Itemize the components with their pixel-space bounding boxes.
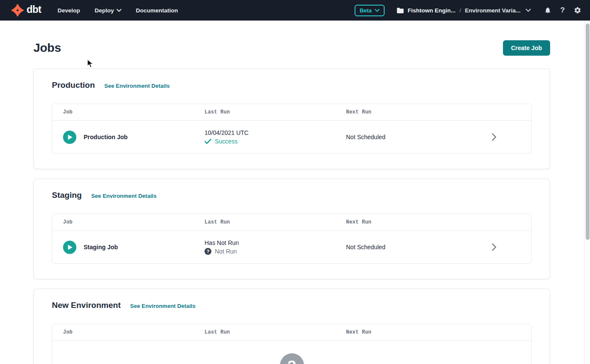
see-environment-details-link[interactable]: See Environment Details [104,83,169,89]
environment-header: Production See Environment Details [52,81,532,90]
not-run-question-circle-icon: ? [205,248,211,255]
nav-item-documentation-label: Documentation [136,7,178,14]
environment-name: New Environment [52,301,120,310]
page-title: Jobs [33,41,61,55]
nav-item-documentation[interactable]: Documentation [136,7,178,14]
jobs-table-header: Job Last Run Next Run [52,324,531,341]
nav-item-deploy[interactable]: Deploy [95,7,121,14]
last-run-status: Not Run [215,248,237,255]
breadcrumb-account[interactable]: Fishtown Engin... [408,7,456,14]
chevron-down-icon[interactable] [526,9,531,12]
job-name: Production Job [84,134,128,140]
environment-header: Staging See Environment Details [52,191,532,200]
jobs-table: Job Last Run Next Run Production Job 10/… [52,104,532,154]
notifications-bell-icon[interactable] [544,6,551,14]
svg-text:?: ? [207,249,210,254]
last-run-status: Success [215,138,238,145]
vertical-scrollbar-track[interactable] [584,21,590,364]
top-nav: dbt Develop Deploy Documentation Beta Fi… [0,0,590,21]
breadcrumb[interactable]: Fishtown Engin... / Environment Varia... [397,7,531,14]
environment-name: Staging [52,191,82,200]
nav-item-develop-label: Develop [57,7,80,14]
nav-menu: Develop Deploy Documentation [57,7,178,14]
column-header-job: Job [52,219,205,225]
chevron-right-icon[interactable] [492,133,497,141]
job-row-staging-job[interactable]: Staging Job Has Not Run ? Not Run Not Sc… [52,231,531,263]
vertical-scrollbar-thumb[interactable] [586,24,590,240]
chevron-down-icon [117,9,121,12]
next-run-value: Not Scheduled [346,244,492,251]
nav-right: Beta Fishtown Engin... / Environment Var… [355,5,581,16]
success-check-icon [205,139,211,144]
environment-card-staging: Staging See Environment Details Job Last… [33,179,550,279]
page-header: Jobs Create Job [33,40,550,56]
next-run-value: Not Scheduled [346,134,492,140]
settings-gear-icon[interactable] [574,6,581,14]
job-row-production-job[interactable]: Production Job 10/04/2021 UTC Success No… [52,121,531,153]
column-header-next-run: Next Run [346,109,492,115]
nav-item-deploy-label: Deploy [95,7,114,14]
environment-card-new-environment: New Environment See Environment Details … [33,289,550,364]
chevron-down-icon [375,9,379,12]
column-header-last-run: Last Run [205,329,346,335]
column-header-next-run: Next Run [346,219,492,225]
brand-text: dbt [27,5,41,16]
jobs-table: Job Last Run Next Run ? [52,324,532,364]
nav-icons: ? [544,6,581,14]
breadcrumb-separator: / [460,7,461,14]
folder-icon [397,7,404,14]
main-content: Jobs Create Job Production See Environme… [33,40,550,364]
dbt-logo-icon [11,4,24,17]
help-icon[interactable]: ? [559,6,566,14]
run-job-play-button[interactable] [63,131,76,144]
last-run-date: Has Not Run [205,239,346,246]
environment-name: Production [52,81,95,90]
see-environment-details-link[interactable]: See Environment Details [91,193,157,199]
column-header-job: Job [52,329,205,335]
job-name: Staging Job [84,244,118,251]
chevron-right-icon[interactable] [492,243,497,251]
breadcrumb-project[interactable]: Environment Varia... [465,7,521,14]
column-header-last-run: Last Run [205,109,346,115]
nav-item-develop[interactable]: Develop [57,7,80,14]
column-header-last-run: Last Run [205,219,346,225]
environment-header: New Environment See Environment Details [52,301,532,310]
see-environment-details-link[interactable]: See Environment Details [130,303,195,309]
beta-label: Beta [360,7,372,14]
create-job-button[interactable]: Create Job [503,40,550,56]
environment-card-production: Production See Environment Details Job L… [33,69,550,169]
empty-state-question-circle-icon: ? [280,353,304,364]
jobs-table-header: Job Last Run Next Run [52,214,531,231]
jobs-table: Job Last Run Next Run Staging Job Has No… [52,214,532,264]
run-job-play-button[interactable] [63,241,76,254]
last-run-date: 10/04/2021 UTC [205,129,346,136]
column-header-next-run: Next Run [346,329,492,335]
jobs-table-header: Job Last Run Next Run [52,104,531,121]
empty-jobs-area: ? [52,341,531,364]
column-header-job: Job [52,109,205,115]
beta-dropdown[interactable]: Beta [355,5,385,16]
dbt-logo[interactable]: dbt [11,4,41,17]
